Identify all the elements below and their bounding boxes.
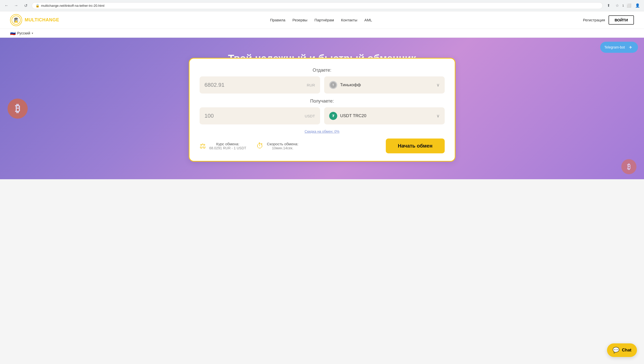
rate-info: ⚖ Курс обмена: 68.0291 RUR - 1 USDT <box>200 142 246 150</box>
url-text: multichange.net/tinkoff-na-tether-trc-20… <box>41 4 104 8</box>
back-button[interactable]: ← <box>3 2 10 9</box>
nav-aml[interactable]: AML <box>364 18 372 22</box>
flag-icon: 🇷🇺 <box>10 30 16 36</box>
give-label: Отдаете: <box>200 68 445 73</box>
give-method-chevron: ∨ <box>436 82 440 88</box>
telegram-bot-button[interactable]: Telegram-bot ✈ <box>600 42 638 53</box>
share-button[interactable]: ⬆ <box>605 2 612 9</box>
nav-contacts[interactable]: Контакты <box>341 18 357 22</box>
bookmark-count: 1 <box>622 4 624 7</box>
start-exchange-button[interactable]: Начать обмен <box>386 139 445 153</box>
give-method-select[interactable]: T Тинькофф ∨ <box>324 76 445 94</box>
give-amount-value: 6802.91 <box>205 82 225 88</box>
tinkoff-icon: T <box>329 81 337 89</box>
browser-actions: ⬆ ☆ 1 ⬜ 👤 <box>605 2 641 9</box>
language-bar: 🇷🇺 Русский ▾ <box>0 29 644 38</box>
nav-reserves[interactable]: Резервы <box>292 18 308 22</box>
logo-multi: MULTI <box>25 17 39 22</box>
give-method-name: T Тинькофф <box>329 81 361 89</box>
btc-icon-left: ₿ <box>8 99 28 119</box>
give-row: 6802.91 RUR T Тинькофф ∨ <box>200 76 445 94</box>
telegram-bot-label: Telegram-bot <box>604 45 625 49</box>
address-bar[interactable]: 🔒 multichange.net/tinkoff-na-tether-trc-… <box>32 2 603 9</box>
receive-currency-label: USDT <box>305 114 315 118</box>
logo-icon <box>10 14 22 26</box>
language-chevron: ▾ <box>32 32 33 35</box>
speed-text-wrap: Скорость обмена: 10мин.14сек. <box>267 142 298 150</box>
rate-value: 68.0291 RUR - 1 USDT <box>209 146 246 150</box>
profile-button[interactable]: 👤 <box>634 2 641 9</box>
chat-bubble-icon: 💬 <box>613 347 619 353</box>
rate-label: Курс обмена: <box>209 142 246 146</box>
give-amount-input[interactable]: 6802.91 RUR <box>200 76 320 94</box>
receive-method-chevron: ∨ <box>436 113 440 119</box>
logo-text: MULTICHANGE <box>25 17 59 23</box>
telegram-icon: ✈ <box>627 44 634 51</box>
usdt-icon: ₮ <box>329 112 337 120</box>
forward-button[interactable]: → <box>13 2 20 9</box>
receive-amount-input[interactable]: 100 USDT <box>200 107 320 124</box>
chat-label: Chat <box>622 348 631 353</box>
speed-label: Скорость обмена: <box>267 142 298 146</box>
language-label[interactable]: Русский <box>17 31 30 35</box>
btc-icon-right: ₿ <box>621 159 636 174</box>
receive-label: Получаете: <box>200 99 445 104</box>
speed-info: ⏱ Скорость обмена: 10мин.14сек. <box>256 142 298 150</box>
browser-chrome: ← → ↺ 🔒 multichange.net/tinkoff-na-tethe… <box>0 0 644 11</box>
discount-link[interactable]: Скидка на обмен: 0% <box>200 129 445 133</box>
receive-row: 100 USDT ₮ USDT TRC20 ∨ <box>200 107 445 124</box>
give-currency-label: RUR <box>307 83 315 87</box>
rate-text-wrap: Курс обмена: 68.0291 RUR - 1 USDT <box>209 142 246 150</box>
bookmark-button[interactable]: ☆ <box>614 2 621 9</box>
site-header: MULTICHANGE Правила Резервы Партнёрам Ко… <box>0 11 644 29</box>
receive-method-select[interactable]: ₮ USDT TRC20 ∨ <box>324 107 445 124</box>
nav-menu: Правила Резервы Партнёрам Контакты AML <box>270 18 372 22</box>
header-actions: Регистрация ВОЙТИ <box>583 15 634 25</box>
nav-rules[interactable]: Правила <box>270 18 285 22</box>
nav-partners[interactable]: Партнёрам <box>314 18 334 22</box>
svg-text:T: T <box>332 84 334 86</box>
exchange-footer: ⚖ Курс обмена: 68.0291 RUR - 1 USDT ⏱ Ск… <box>200 139 445 153</box>
chat-button[interactable]: 💬 Chat <box>607 343 637 357</box>
speed-icon: ⏱ <box>256 142 263 150</box>
exchange-card: Отдаете: 6802.91 RUR T Тинькофф ∨ <box>189 58 456 162</box>
register-link[interactable]: Регистрация <box>583 18 605 22</box>
hero-section: ₿ ₿ Telegram-bot ✈ Твой надежный и быстр… <box>0 38 644 179</box>
receive-method-name: ₮ USDT TRC20 <box>329 112 366 120</box>
rate-icon: ⚖ <box>200 142 206 150</box>
receive-method-text: USDT TRC20 <box>340 113 366 118</box>
logo-area: MULTICHANGE <box>10 14 59 26</box>
logo-change: CHANGE <box>39 17 59 22</box>
speed-value: 10мин.14сек. <box>267 146 298 150</box>
reload-button[interactable]: ↺ <box>22 2 29 9</box>
give-method-text: Тинькофф <box>340 82 361 87</box>
tab-button[interactable]: ⬜ <box>625 2 632 9</box>
receive-amount-value: 100 <box>205 113 214 119</box>
login-button[interactable]: ВОЙТИ <box>609 15 634 25</box>
lock-icon: 🔒 <box>35 4 40 8</box>
